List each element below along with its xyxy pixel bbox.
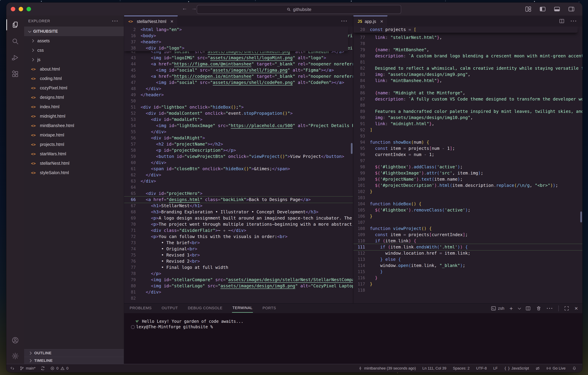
close-panel-icon[interactable]: × <box>575 305 578 312</box>
command-decoration-circle[interactable] <box>131 325 135 329</box>
tree-item-stellarNest.html[interactable]: <>stellarNest.html <box>24 158 124 168</box>
panel-tab-terminal[interactable]: TERMINAL <box>232 304 253 313</box>
code-line-96[interactable]: 96 currentIndex = num - 1; <box>353 152 582 158</box>
terminal-shell-badge[interactable]: zsh <box>491 306 504 311</box>
tree-item-index.html[interactable]: <>index.html <box>24 102 124 112</box>
code-line-76[interactable]: 76 • Revised 2<br> <box>124 258 353 264</box>
nav-forward-icon[interactable]: → <box>191 5 197 11</box>
code-line-90[interactable]: 90 img: "assets/images/design/img10.png"… <box>353 115 582 121</box>
code-line-88[interactable]: 88 <box>353 102 582 108</box>
code-line-95[interactable]: 95 const item = projects[num - 1]; <box>353 145 582 152</box>
code-line-45[interactable]: 45 <img id="social" src="assets/images/s… <box>124 67 353 73</box>
scrollbar-thumb[interactable] <box>351 143 353 154</box>
code-line-48[interactable]: 48 </div> <box>124 86 353 92</box>
code-line-49[interactable]: 49</header> <box>124 92 353 98</box>
code-line-81[interactable]: 81 <box>353 59 582 65</box>
code-line-60[interactable]: 60 </div> <box>124 160 353 166</box>
tree-item-coding.html[interactable]: <>coding.html <box>24 74 124 83</box>
code-line-110[interactable]: 110 if (item.link) { <box>353 238 582 244</box>
code-line-70[interactable]: 70 <p>The project went through multiple … <box>124 221 353 227</box>
code-line-20[interactable]: 20const projects = [ <box>353 27 578 33</box>
tree-item-midnight.html[interactable]: <>midnight.html <box>24 112 124 121</box>
code-line-69[interactable]: 69 <p>A logo design assignment built aro… <box>124 215 353 221</box>
tree-item-projects.html[interactable]: <>projects.html <box>24 140 124 149</box>
language-mode[interactable]: { } JavaScript <box>504 366 529 371</box>
code-line-80[interactable]: 80 description: `A custom brand logo ble… <box>353 53 582 59</box>
code-line-109[interactable]: 109 const item = projects[currentIndex]; <box>353 232 582 238</box>
code-line-84[interactable]: 84 link: "mintBanshee.html"}, <box>353 78 582 84</box>
panel-tab-output[interactable]: OUTPUT <box>161 304 178 312</box>
kill-terminal-trash-icon[interactable] <box>536 306 541 311</box>
code-line-101[interactable]: 101 $('#projectDescription').html(item.d… <box>353 182 582 188</box>
code-line-73[interactable]: 73 • The brief<br> <box>124 240 353 246</box>
zoom-window-button[interactable] <box>27 7 31 11</box>
split-terminal-icon[interactable] <box>525 306 531 311</box>
code-line-2[interactable]: 2<html lang="en"> <box>124 27 348 33</box>
command-center-search[interactable]: githubsite <box>197 5 401 14</box>
code-line-55[interactable]: 55 </div> <box>124 129 353 135</box>
code-line-62[interactable]: 62 </div> <box>124 172 353 178</box>
split-editor-icon[interactable] <box>559 18 565 24</box>
toggle-panel-icon[interactable] <box>554 6 560 12</box>
nav-back-icon[interactable]: ← <box>182 5 187 11</box>
code-line-44[interactable]: 44 <a href="https://figma.com/@mintbansh… <box>124 61 353 67</box>
outline-section[interactable]: OUTLINE <box>24 349 124 357</box>
code-line-111[interactable]: 111 if (item.link.endsWith('.html')) { <box>353 244 582 250</box>
code-line-80[interactable]: 80 <img id="stellarLogo" src="assets/ima… <box>124 283 353 289</box>
tree-item-styleSalon.html[interactable]: <>styleSalon.html <box>24 168 124 177</box>
code-line-64[interactable]: 64 <box>124 184 353 190</box>
timeline-section[interactable]: TIMELINE <box>24 357 124 364</box>
code-line-51[interactable]: 51<div id="lightbox" onclick="hideBox();… <box>124 104 353 110</box>
close-tab-icon[interactable]: × <box>170 19 173 24</box>
code-line-75[interactable]: 75 • Revised 1<br> <box>124 252 353 258</box>
code-line-107[interactable]: 107 <box>353 219 582 226</box>
code-line-113[interactable]: 113 } else { <box>353 256 582 262</box>
minimize-window-button[interactable] <box>19 7 23 11</box>
code-line-46[interactable]: 46 <a href="https://codepen.io/mintbansh… <box>124 73 353 79</box>
code-line-77[interactable]: 77 • Final logo at full width <box>124 264 353 271</box>
code-line-83[interactable]: 83 img: "assets/images/design/img9.png", <box>353 71 582 78</box>
code-line-115[interactable]: 115 } <box>353 269 582 275</box>
code-line-82[interactable]: 82 <box>124 295 353 301</box>
code-line-102[interactable]: 102} <box>353 188 582 195</box>
code-line-99[interactable]: 99 $('#lightboxImage').attr('src', item.… <box>353 170 582 176</box>
remote-indicator-icon[interactable] <box>10 366 15 371</box>
notifications-bell-icon[interactable] <box>572 366 577 371</box>
extensions-icon[interactable] <box>6 68 24 80</box>
code-line-74[interactable]: 74 • Original<br> <box>124 246 353 252</box>
code-line-104[interactable]: 104function hideBox() { <box>353 201 582 207</box>
tree-item-css[interactable]: css <box>24 46 124 55</box>
code-line-66[interactable]: 66 <a href="designs.html" class="backLin… <box>124 196 353 203</box>
last-commit-status[interactable]: mintbanshee (39 seconds ago) <box>358 366 416 371</box>
settings-gear-icon[interactable] <box>6 350 24 362</box>
code-line-105[interactable]: 105 $('#lightbox').removeClass('active')… <box>353 207 582 213</box>
tab-stellarnest-html[interactable]: <> stellarNest.html × <box>124 16 178 27</box>
problems-status[interactable]: 0 0 <box>50 366 68 371</box>
code-line-72[interactable]: 72 <p>You can follow this with the visua… <box>124 234 353 240</box>
tree-item-about.html[interactable]: <>about.html <box>24 64 124 74</box>
code-line-118[interactable]: 118 <box>353 287 582 293</box>
tree-item-mintBanshee.html[interactable]: <>mintBanshee.html <box>24 121 124 130</box>
code-line-56[interactable]: 56 <div id="modalRight"> <box>124 135 353 141</box>
code-line-16[interactable]: 16<body> <box>124 33 348 39</box>
scrollbar-thumb[interactable] <box>580 211 582 222</box>
code-line-78[interactable]: 78 <box>353 41 582 47</box>
eol-status[interactable]: LF <box>493 366 498 371</box>
workspace-root-row[interactable]: GITHUBSITE <box>24 27 124 36</box>
code-line-37[interactable]: 37<header> <box>124 39 348 45</box>
accounts-icon[interactable] <box>6 334 24 346</box>
code-line-91[interactable]: 91 link: "midnight.html"}, <box>353 121 582 127</box>
code-line-58[interactable]: 58 <p id="projectDescription"></p> <box>124 147 353 153</box>
sync-icon[interactable] <box>41 366 45 371</box>
code-line-71[interactable]: 71 <div class="dividerFlair">~ ✧ ~</div> <box>124 227 353 234</box>
code-line-85[interactable]: 85 <box>353 84 582 90</box>
toggle-secondary-sidebar-icon[interactable] <box>568 6 575 12</box>
search-sidebar-icon[interactable] <box>6 35 24 47</box>
editor-appjs[interactable]: 77 link: "stellarNest.html"},7879 {name:… <box>353 27 582 303</box>
code-line-87[interactable]: 87 description: `A fully custom VS Code … <box>353 96 582 102</box>
code-line-114[interactable]: 114 window.open(item.link, "_blank"); <box>353 262 582 269</box>
customize-layout-icon[interactable] <box>525 6 532 12</box>
terminal[interactable]: Hello Lexy! Your garden of code awaits..… <box>124 313 582 364</box>
code-line-38[interactable]: 38 <div id="logo"> <box>124 45 348 51</box>
code-line-77[interactable]: 77 link: "stellarNest.html"}, <box>353 34 582 41</box>
